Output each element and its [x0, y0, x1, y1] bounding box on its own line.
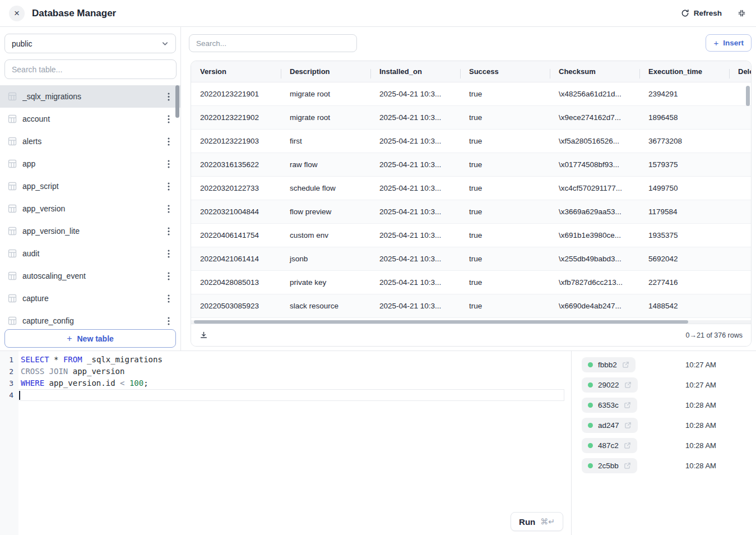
table-cell[interactable]: true: [460, 302, 550, 310]
kebab-menu-icon[interactable]: [163, 158, 175, 170]
table-cell[interactable]: \x6690de4ab247...: [550, 302, 639, 310]
history-chip[interactable]: 29022: [582, 377, 638, 393]
code-area[interactable]: SELECT * FROM _sqlx_migrationsCROSS JOIN…: [18, 351, 571, 401]
table-cell[interactable]: 2277416: [639, 278, 729, 287]
table-cell[interactable]: 2394291: [639, 90, 729, 98]
table-cell[interactable]: schedule flow: [281, 184, 370, 192]
table-cell[interactable]: 2025-04-21 10:3...: [370, 231, 460, 239]
external-link-icon[interactable]: [624, 422, 632, 429]
external-link-icon[interactable]: [624, 462, 631, 469]
table-search-input[interactable]: [4, 59, 177, 79]
table-list-item[interactable]: capture_config: [0, 310, 180, 330]
table-list-item[interactable]: autoscaling_event: [0, 265, 180, 287]
table-row[interactable]: 20220321004844flow preview2025-04-21 10:…: [191, 200, 751, 224]
table-cell[interactable]: 20220406141754: [191, 231, 281, 239]
table-cell[interactable]: true: [460, 184, 550, 192]
table-cell[interactable]: 1935375: [639, 231, 729, 239]
table-list-item[interactable]: app_version_lite: [0, 220, 180, 242]
table-cell[interactable]: true: [460, 137, 550, 145]
table-cell[interactable]: first: [281, 137, 370, 145]
table-cell[interactable]: 1579375: [639, 160, 729, 169]
kebab-menu-icon[interactable]: [163, 202, 175, 215]
table-row[interactable]: 20220428085013private key2025-04-21 10:3…: [191, 271, 751, 294]
refresh-button[interactable]: Refresh: [681, 9, 722, 17]
table-cell[interactable]: private key: [281, 278, 370, 287]
kebab-menu-icon[interactable]: [163, 292, 175, 305]
table-row[interactable]: 20220503085923slack resource2025-04-21 1…: [191, 294, 751, 318]
table-cell[interactable]: migrate root: [281, 113, 370, 122]
table-cell[interactable]: true: [460, 113, 550, 122]
table-cell[interactable]: \xf5a280516526...: [550, 137, 639, 145]
insert-button[interactable]: + Insert: [706, 34, 752, 52]
table-list-item[interactable]: account: [0, 108, 180, 130]
table-cell[interactable]: \x255db49babd3...: [550, 255, 639, 263]
table-cell[interactable]: 20220428085013: [191, 278, 281, 287]
table-row[interactable]: 20220316135622raw flow2025-04-21 10:3...…: [191, 153, 751, 177]
table-cell[interactable]: \xc4cf570291177...: [550, 184, 639, 192]
kebab-menu-icon[interactable]: [163, 180, 175, 192]
table-cell[interactable]: jsonb: [281, 255, 370, 263]
code-line[interactable]: WHERE app_version.id < 100;: [18, 377, 571, 389]
table-cell[interactable]: \x9ece274162d7...: [550, 113, 639, 122]
new-table-button[interactable]: + New table: [4, 329, 176, 348]
vertical-scrollbar-thumb[interactable]: [746, 86, 750, 106]
table-cell[interactable]: true: [460, 160, 550, 169]
table-cell[interactable]: true: [460, 207, 550, 216]
external-link-icon[interactable]: [624, 442, 631, 449]
column-header[interactable]: Dele: [729, 67, 752, 76]
table-cell[interactable]: 2025-04-21 10:3...: [370, 302, 460, 310]
table-row[interactable]: 20220123221903first2025-04-21 10:3...tru…: [191, 130, 751, 153]
history-chip[interactable]: 487c2: [582, 438, 637, 453]
table-list-item[interactable]: _sqlx_migrations: [0, 85, 180, 108]
table-cell[interactable]: 20220316135622: [191, 160, 281, 169]
external-link-icon[interactable]: [622, 361, 629, 368]
table-cell[interactable]: 20220123221902: [191, 113, 281, 122]
kebab-menu-icon[interactable]: [163, 247, 175, 260]
close-button[interactable]: ×: [9, 6, 25, 21]
table-cell[interactable]: 1499750: [639, 184, 729, 192]
column-header[interactable]: Success: [460, 67, 550, 76]
rows-search-input[interactable]: [189, 34, 357, 52]
table-cell[interactable]: 20220503085923: [191, 302, 281, 310]
table-cell[interactable]: 20220123221901: [191, 90, 281, 98]
table-cell[interactable]: \x3669a629aa53...: [550, 207, 639, 216]
table-row[interactable]: 20220406141754custom env2025-04-21 10:3.…: [191, 224, 751, 247]
download-button[interactable]: [200, 331, 208, 339]
run-button[interactable]: Run ⌘↵: [511, 512, 563, 531]
history-chip[interactable]: 2c5bb: [582, 458, 637, 473]
table-cell[interactable]: 20220123221903: [191, 137, 281, 145]
column-header[interactable]: Description: [281, 67, 370, 76]
external-link-icon[interactable]: [624, 381, 632, 389]
table-cell[interactable]: true: [460, 278, 550, 287]
table-cell[interactable]: \x01774508bf93...: [550, 160, 639, 169]
kebab-menu-icon[interactable]: [163, 90, 175, 103]
sidebar-scrollbar[interactable]: [175, 85, 179, 118]
table-cell[interactable]: 2025-04-21 10:3...: [370, 137, 460, 145]
code-line[interactable]: CROSS JOIN app_version: [18, 366, 571, 377]
table-cell[interactable]: raw flow: [281, 160, 370, 169]
kebab-menu-icon[interactable]: [163, 315, 175, 327]
table-list-item[interactable]: app: [0, 153, 180, 175]
table-cell[interactable]: true: [460, 255, 550, 263]
collapse-icon[interactable]: [738, 9, 746, 17]
history-chip[interactable]: 6353c: [582, 398, 637, 413]
table-list-item[interactable]: app_script: [0, 175, 180, 197]
table-cell[interactable]: slack resource: [281, 302, 370, 310]
table-cell[interactable]: 2025-04-21 10:3...: [370, 278, 460, 287]
table-list-item[interactable]: app_version: [0, 197, 180, 220]
table-cell[interactable]: migrate root: [281, 90, 370, 98]
table-cell[interactable]: 2025-04-21 10:3...: [370, 184, 460, 192]
table-cell[interactable]: 20220421061414: [191, 255, 281, 263]
table-cell[interactable]: 20220321004844: [191, 207, 281, 216]
table-cell[interactable]: \x691b1e3980ce...: [550, 231, 639, 239]
history-chip[interactable]: ad247: [582, 418, 638, 433]
table-cell[interactable]: true: [460, 231, 550, 239]
table-cell[interactable]: 2025-04-21 10:3...: [370, 113, 460, 122]
column-header[interactable]: Installed_on: [370, 67, 460, 76]
table-cell[interactable]: 20220320122733: [191, 184, 281, 192]
table-cell[interactable]: true: [460, 90, 550, 98]
column-header[interactable]: Checksum: [550, 67, 639, 76]
code-line[interactable]: [18, 389, 564, 401]
table-row[interactable]: 20220320122733schedule flow2025-04-21 10…: [191, 177, 751, 200]
table-row[interactable]: 20220123221901migrate root2025-04-21 10:…: [191, 82, 751, 106]
